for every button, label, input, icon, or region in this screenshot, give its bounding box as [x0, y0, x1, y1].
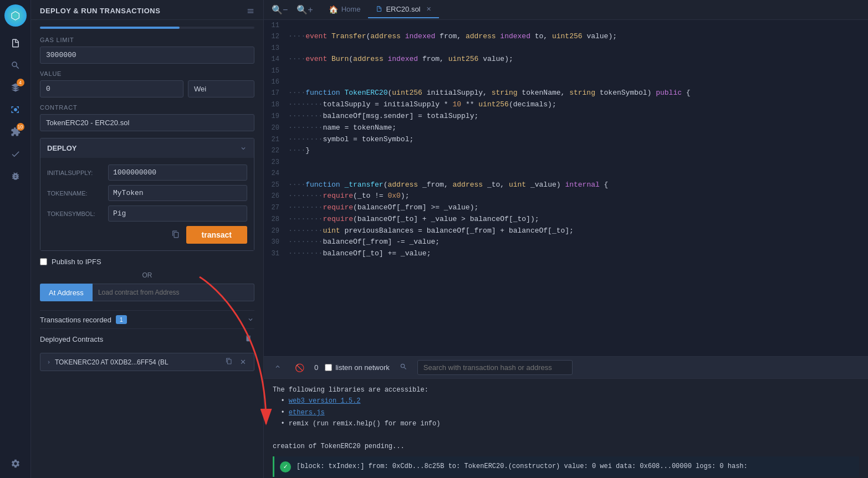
success-check-icon: ✓ — [280, 461, 291, 472]
code-line-23: 23 — [264, 157, 868, 168]
load-contract-input[interactable] — [93, 284, 254, 301]
close-contract-button[interactable]: ✕ — [238, 357, 248, 367]
code-line-12: 12 ····event Transfer(address indexed fr… — [264, 31, 868, 43]
console-lib1-line: • web3 version 1.5.2 — [273, 395, 859, 407]
code-line-15: 15 — [264, 65, 868, 76]
file-tab-icon — [376, 5, 382, 14]
gas-limit-input[interactable]: 3000000 — [40, 47, 254, 64]
sidebar: ⬡ 4 10 — [0, 0, 31, 478]
transact-button[interactable]: transact — [186, 226, 247, 244]
deploy-label: DEPLOY — [47, 144, 76, 152]
code-line-20: 20 ········name = tokenName; — [264, 122, 868, 134]
zoom-in-button[interactable]: 🔍+ — [293, 3, 316, 16]
publish-ipfs-label: Publish to IPFS — [52, 258, 101, 266]
deployed-contracts-row: Deployed Contracts — [40, 328, 254, 349]
app-logo[interactable]: ⬡ — [4, 4, 27, 27]
token-symbol-label: TOKENSYMBOL: — [47, 210, 108, 217]
tab-home[interactable]: 🏠 Home — [321, 2, 369, 18]
contract-expand-icon[interactable] — [46, 359, 52, 365]
code-editor: 11 12 ····event Transfer(address indexed… — [264, 20, 868, 356]
panel-header: DEPLOY & RUN TRANSACTIONS — [31, 0, 263, 20]
initial-supply-input[interactable]: 1000000000 — [108, 165, 247, 181]
code-line-16: 16 — [264, 76, 868, 88]
ethers-link[interactable]: ethers.js — [289, 409, 325, 417]
contract-label: CONTRACT — [40, 104, 254, 111]
initial-supply-row: INITIALSUPPLY: 1000000000 — [47, 165, 247, 181]
sidebar-item-file[interactable] — [6, 33, 25, 53]
transactions-chevron-icon[interactable] — [247, 316, 254, 323]
console-search-input[interactable] — [417, 360, 573, 375]
sidebar-item-deploy[interactable] — [6, 100, 25, 120]
code-line-19: 19 ········balanceOf[msg.sender] = total… — [264, 111, 868, 122]
console-content: The following libraries are accessible: … — [264, 379, 868, 478]
code-line-18: 18 ········totalSupply = initialSupply *… — [264, 99, 868, 111]
code-line-25: 25 ····function _transfer(address _from,… — [264, 179, 868, 191]
main-area: 🔍− 🔍+ 🏠 Home ERC20.sol ✕ 11 12 ····event… — [264, 0, 868, 478]
or-divider: OR — [40, 271, 254, 279]
transactions-recorded-label: Transactions recorded 1 — [40, 315, 127, 324]
listen-network-row: listen on network — [325, 363, 390, 372]
copy-contract-button[interactable] — [223, 357, 234, 367]
sidebar-item-solidity[interactable]: 4 — [6, 78, 25, 97]
token-name-input[interactable]: MyToken — [108, 185, 247, 201]
console-libraries-text: The following libraries are accessible: — [273, 384, 859, 395]
progress-track — [40, 27, 254, 29]
value-unit-select[interactable]: Wei Gwei Finney Ether — [188, 80, 254, 97]
listen-network-label: listen on network — [335, 363, 390, 372]
publish-ipfs-checkbox[interactable] — [40, 258, 47, 265]
code-line-26: 26 ········require(_to != 0x0); — [264, 191, 868, 202]
code-line-13: 13 — [264, 43, 868, 54]
deployed-contract-item: TOKENERC20 AT 0XDB2...6FF54 (BL ✕ — [40, 353, 254, 371]
listen-network-checkbox[interactable] — [325, 364, 332, 371]
left-panel: DEPLOY & RUN TRANSACTIONS GAS LIMIT 3000… — [31, 0, 264, 478]
console-count: 0 — [314, 363, 318, 372]
progress-fill — [40, 27, 180, 29]
at-address-button[interactable]: At Address — [40, 284, 93, 301]
panel-title: DEPLOY & RUN TRANSACTIONS — [40, 7, 160, 15]
deploy-header[interactable]: DEPLOY — [40, 138, 254, 158]
zoom-out-button[interactable]: 🔍− — [268, 3, 291, 16]
console-pending-text: creation of TokenERC20 pending... — [273, 441, 859, 452]
collapse-console-button[interactable] — [270, 362, 285, 373]
code-line-30: 30 ········balanceOf[_from] -= _value; — [264, 237, 868, 248]
code-line-22: 22 ····} — [264, 145, 868, 157]
no-entry-button[interactable]: 🚫 — [292, 362, 308, 373]
console-toolbar: 🚫 0 listen on network — [264, 357, 868, 379]
value-row: 0 Wei Gwei Finney Ether — [40, 80, 254, 97]
address-row: At Address — [40, 284, 254, 301]
search-console-icon[interactable] — [396, 362, 411, 373]
panel-content: GAS LIMIT 3000000 VALUE 0 Wei Gwei Finne… — [31, 20, 263, 478]
sidebar-item-debug[interactable] — [6, 166, 25, 186]
code-line-17: 17 ····function TokenERC20(uint256 initi… — [264, 88, 868, 99]
publish-ipfs-row: Publish to IPFS — [40, 258, 254, 266]
sidebar-item-test[interactable] — [6, 144, 25, 164]
sidebar-item-settings[interactable] — [6, 454, 25, 474]
transactions-recorded-row: Transactions recorded 1 — [40, 310, 254, 328]
value-amount-input[interactable]: 0 — [40, 80, 183, 97]
erc20-tab-label: ERC20.sol — [386, 5, 420, 13]
web3-link[interactable]: web3 version 1.5.2 — [289, 397, 361, 405]
code-line-29: 29 ········uint previousBalances = balan… — [264, 225, 868, 237]
tab-bar: 🔍− 🔍+ 🏠 Home ERC20.sol ✕ — [264, 0, 868, 20]
home-tab-label: Home — [341, 5, 361, 13]
token-symbol-input[interactable]: Pig — [108, 205, 247, 222]
plugin-badge: 10 — [17, 123, 24, 131]
home-tab-icon: 🏠 — [329, 5, 338, 14]
menu-icon[interactable] — [247, 7, 254, 15]
tx-count-badge: 1 — [116, 315, 127, 324]
sidebar-item-search[interactable] — [6, 55, 25, 75]
contract-select[interactable]: TokenERC20 - ERC20.sol — [40, 114, 254, 131]
gas-limit-label: GAS LIMIT — [40, 37, 254, 43]
token-name-label: TOKENNAME: — [47, 190, 108, 197]
sidebar-item-plugin[interactable]: 10 — [6, 122, 25, 142]
console-tx-info: [block: txIndex:] from: 0xCdb...8c25B to… — [297, 462, 748, 470]
delete-deployed-button[interactable] — [242, 333, 254, 345]
value-label: VALUE — [40, 70, 254, 77]
close-tab-icon[interactable]: ✕ — [426, 6, 431, 13]
code-line-21: 21 ········symbol = tokenSymbol; — [264, 134, 868, 146]
copy-abi-button[interactable] — [170, 228, 182, 242]
deployed-contract-name: TOKENERC20 AT 0XDB2...6FF54 (BL — [55, 358, 220, 366]
code-line-11: 11 — [264, 20, 868, 31]
solidity-badge: 4 — [17, 79, 24, 86]
tab-erc20[interactable]: ERC20.sol ✕ — [368, 2, 438, 18]
